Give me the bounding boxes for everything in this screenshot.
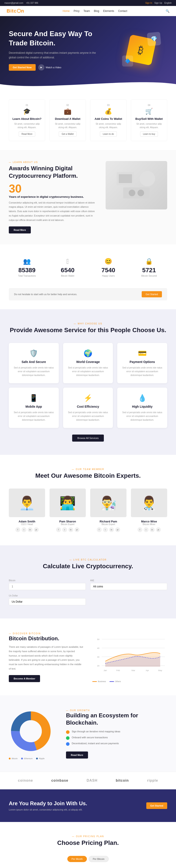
bitcoin-label: Bitcoin <box>9 579 86 582</box>
ecosystem-read-more-button[interactable]: Read More <box>66 751 88 758</box>
step-button[interactable]: Get a Wallet <box>59 131 77 136</box>
calculator-label: Live BTC Calculator <box>9 559 167 561</box>
social-t-icon[interactable]: t <box>62 527 67 532</box>
nav-link-home[interactable]: Home <box>63 9 70 12</box>
nav-link-pricy[interactable]: Pricy <box>74 9 80 12</box>
browse-services-button[interactable]: Browse All Services <box>72 435 104 442</box>
svg-text:Apr: Apr <box>146 669 149 672</box>
eco-point-text: Onboard with secure transactions <box>72 736 108 739</box>
social-f-icon[interactable]: f <box>15 527 20 532</box>
distribution-text: Discover Bitcoin Bitcoin Distribution. T… <box>9 632 83 682</box>
svg-text:20: 20 <box>97 665 99 667</box>
step-button[interactable]: Learn to buy <box>140 131 158 136</box>
service-desc: Sed ut perspiciatis unde omnis iste natu… <box>68 410 109 422</box>
nav-link-elements[interactable]: Elements <box>103 9 114 12</box>
about-years-text: Years of experience in digital cryptocur… <box>9 195 97 198</box>
bitcoin-input[interactable] <box>9 583 86 590</box>
nav-link-team[interactable]: Team <box>83 9 90 12</box>
partner-logo-ripple: ripple <box>147 779 158 782</box>
alt-select[interactable]: Alt coins Ethereum Ripple <box>90 583 167 590</box>
logo-text: Bitc <box>7 8 17 14</box>
distribution-section: Discover Bitcoin Bitcoin Distribution. T… <box>0 618 176 695</box>
social-yt-icon[interactable]: yt <box>115 527 120 532</box>
hero-section: Secure And Easy Way To Trade Bitcoin. De… <box>0 16 176 88</box>
bitcoin-field: Bitcoin <box>9 579 86 590</box>
topbar-phone: +91 337 986 <box>26 2 38 4</box>
stat-icon: 🔒 <box>133 258 165 265</box>
service-icon: 💧 <box>122 394 163 402</box>
usd-select[interactable]: Us Dollar Euro GBP <box>9 598 86 605</box>
calculator-grid: Bitcoin AltE Alt coins Ethereum Ripple U… <box>9 579 167 605</box>
service-icon: 🛡️ <box>13 349 54 358</box>
search-icon[interactable]: 🔍 <box>166 9 169 13</box>
legend-business-label: Business <box>98 680 106 683</box>
about-section: Learn About Us Awards Winning Digital Cr… <box>0 150 176 245</box>
step-button[interactable]: Learn to do <box>100 131 117 136</box>
cta-bar-text: Do not hesitate to start with us for bet… <box>14 293 77 296</box>
get-started-button[interactable]: Get Started Now <box>9 64 36 71</box>
team-card-1: 👨‍💻 Pam Sharon Bitcoin Expert ftinyt <box>49 489 86 532</box>
stat-item-1: ₿ 6540 Bitcoin Wallet <box>49 253 86 281</box>
pricing-tab-0[interactable]: Per Month <box>67 856 87 862</box>
social-in-icon[interactable]: in <box>150 527 155 532</box>
social-f-icon[interactable]: f <box>56 527 61 532</box>
cta-bar-button[interactable]: Get Started <box>142 291 162 297</box>
pricing-tab-1[interactable]: Per Bitcoin <box>89 856 109 862</box>
register-link[interactable]: Sign Up <box>154 2 162 4</box>
services-header: Why Choose Us Provide Awesome Service fo… <box>9 322 167 334</box>
social-t-icon[interactable]: t <box>22 527 26 532</box>
hero-graphic: ₿ 💎 🔷 <box>114 30 167 70</box>
social-in-icon[interactable]: in <box>28 527 33 532</box>
team-photo: 👨‍💻 <box>49 489 86 517</box>
step-button[interactable]: Read More <box>19 131 35 136</box>
legend-others-color <box>110 681 114 682</box>
social-yt-icon[interactable]: yt <box>75 527 79 532</box>
services-cta: Browse All Services <box>9 435 167 442</box>
watch-video-button[interactable]: ▶ Watch a Video <box>38 64 61 70</box>
team-card-3: 👨‍⚕️ Marco Wise Bitcoin Miner ftinyt <box>131 489 167 532</box>
social-yt-icon[interactable]: yt <box>34 527 39 532</box>
play-icon: ▶ <box>38 64 44 70</box>
service-icon: 📱 <box>13 394 54 402</box>
alt-field: AltE Alt coins Ethereum Ripple <box>90 579 167 590</box>
svg-point-4 <box>129 190 135 196</box>
team-header: Our Team Member Meet Our Awesome Bitcoin… <box>9 468 167 480</box>
distribution-title: Bitcoin Distribution. <box>9 635 83 642</box>
legend-others-label: Others <box>115 680 121 683</box>
social-f-icon[interactable]: f <box>97 527 102 532</box>
team-role: Bitcoin Expert <box>49 523 86 526</box>
social-t-icon[interactable]: t <box>144 527 148 532</box>
topbar: mason@gmail.com +91 337 986 Sign In Sign… <box>0 0 176 6</box>
svg-text:40: 40 <box>97 647 99 649</box>
legend-business: Business <box>93 680 106 683</box>
social-f-icon[interactable]: f <box>138 527 142 532</box>
services-section: Why Choose Us Provide Awesome Service fo… <box>0 309 176 455</box>
partner-logo-DASH: DASH <box>87 779 98 782</box>
team-title: Meet Our Awesome Bitcoin Experts. <box>9 472 167 480</box>
about-desc: Consectetur adipiscing elit, sed do eius… <box>9 200 97 222</box>
team-social: ftinyt <box>9 527 45 532</box>
nav-link-contact[interactable]: Contact <box>118 9 127 12</box>
social-yt-icon[interactable]: yt <box>156 527 161 532</box>
stat-label: Bitcoin Secured <box>133 275 165 277</box>
team-photo: 👨‍🔬 <box>90 489 127 517</box>
service-desc: Sed ut perspiciatis unde omnis iste natu… <box>68 366 109 377</box>
step-item-3: 04 🛒 Buy/Sell With Wallet Sit amet, cons… <box>131 99 167 141</box>
social-in-icon[interactable]: in <box>68 527 73 532</box>
become-member-button[interactable]: Become A Member <box>9 675 40 682</box>
stat-icon: 👥 <box>11 258 43 265</box>
team-social: ftinyt <box>90 527 127 532</box>
step-title: Add Coins To Wallet <box>94 117 123 121</box>
hero-buttons: Get Started Now ▶ Watch a Video <box>9 64 97 71</box>
stat-label: Total Transactions <box>11 275 43 277</box>
donut-legend: Bitcoin Ethereum Ripple <box>9 757 57 760</box>
social-in-icon[interactable]: in <box>109 527 114 532</box>
login-link[interactable]: Sign In <box>145 2 152 4</box>
about-read-more-button[interactable]: Read More <box>9 226 31 234</box>
nav-link-blog[interactable]: Blog <box>94 9 99 12</box>
social-t-icon[interactable]: t <box>103 527 108 532</box>
team-photo: 👨‍⚕️ <box>131 489 167 517</box>
cta-button[interactable]: Get Started <box>146 802 167 809</box>
language-select[interactable]: English <box>164 2 172 4</box>
step-title: Download A Wallet <box>53 117 82 121</box>
